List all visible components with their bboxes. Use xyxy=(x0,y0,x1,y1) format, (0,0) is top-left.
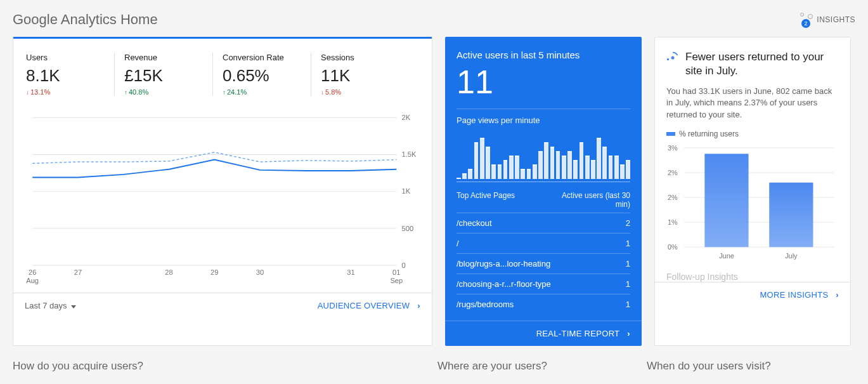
chevron-right-icon: › xyxy=(627,329,630,338)
more-insights-button[interactable]: MORE INSIGHTS › xyxy=(760,290,839,300)
metric-delta: ↑40.8% xyxy=(124,88,203,96)
users-line-chart: 05001K1.5K2K26Aug272829303101Sep xyxy=(13,102,432,293)
spark-bar xyxy=(515,156,519,179)
svg-text:2%: 2% xyxy=(668,169,678,176)
top-page-row[interactable]: /choosing-a-r...r-floor-type1 xyxy=(457,274,630,294)
spark-bar xyxy=(602,147,607,179)
spark-bar xyxy=(585,156,590,179)
page-title: Google Analytics Home xyxy=(13,11,158,28)
caret-down-icon xyxy=(71,301,76,310)
insight-title: Fewer users returned to your site in Jul… xyxy=(685,50,839,78)
pageviews-spark-chart xyxy=(457,131,630,182)
metric-value: 0.65% xyxy=(223,66,301,86)
metric-value: 8.1K xyxy=(26,66,105,86)
spark-bar xyxy=(626,160,630,179)
top-page-row[interactable]: /rugs/bedrooms1 xyxy=(457,294,630,314)
page-users: 1 xyxy=(626,300,630,309)
section-when-users: When do your users visit? xyxy=(647,360,843,373)
metric-sessions[interactable]: Sessions11K↓5.8% xyxy=(321,53,410,96)
spark-bar xyxy=(544,142,548,179)
realtime-subtitle: Page views per minute xyxy=(457,116,630,125)
action-label: AUDIENCE OVERVIEW xyxy=(318,301,410,310)
metric-label: Conversion Rate xyxy=(223,53,301,62)
metric-value: £15K xyxy=(124,66,203,86)
spark-bar xyxy=(468,169,472,179)
svg-text:0: 0 xyxy=(401,262,405,269)
svg-text:01: 01 xyxy=(392,269,400,277)
overview-card: Users8.1K↓13.1%Revenue£15K↑40.8%Conversi… xyxy=(13,37,432,346)
spark-bar xyxy=(462,173,467,179)
insight-description: You had 33.1K users in June, 802 came ba… xyxy=(666,86,839,121)
spark-bar xyxy=(614,156,619,179)
page-users: 1 xyxy=(626,279,630,289)
svg-text:3%: 3% xyxy=(668,144,678,152)
spark-bar xyxy=(591,160,595,179)
metric-label: Revenue xyxy=(124,53,203,62)
chevron-right-icon: › xyxy=(417,301,420,310)
spark-bar xyxy=(457,178,461,179)
spark-bar xyxy=(580,142,584,179)
realtime-report-button[interactable]: REAL-TIME REPORT › xyxy=(536,329,630,338)
top-page-row[interactable]: /checkout2 xyxy=(457,213,630,233)
svg-text:July: July xyxy=(785,252,798,260)
spark-bar xyxy=(620,164,625,179)
metric-delta: ↓5.8% xyxy=(321,88,400,96)
svg-text:500: 500 xyxy=(401,225,413,232)
spark-bar xyxy=(597,138,601,179)
metric-conversion-rate[interactable]: Conversion Rate0.65%↑24.1% xyxy=(223,53,311,96)
metric-revenue[interactable]: Revenue£15K↑40.8% xyxy=(124,53,213,96)
insights-badge: 2 xyxy=(801,19,810,28)
section-where-users: Where are your users? xyxy=(437,360,634,373)
spark-bar xyxy=(509,156,514,179)
spark-bar xyxy=(521,169,525,179)
page-users: 1 xyxy=(626,239,630,248)
audience-overview-button[interactable]: AUDIENCE OVERVIEW › xyxy=(318,301,420,310)
page-path: /checkout xyxy=(457,218,492,228)
svg-text:Sep: Sep xyxy=(390,277,403,285)
svg-rect-33 xyxy=(769,182,813,247)
legend-swatch xyxy=(666,132,675,136)
svg-point-19 xyxy=(671,56,675,60)
spark-bar xyxy=(550,147,555,179)
top-page-row[interactable]: /blog/rugs-a...loor-heating1 xyxy=(457,253,630,274)
active-users-header: Active users (last 30 min) xyxy=(548,191,630,209)
svg-text:1%: 1% xyxy=(668,218,678,226)
spark-bar xyxy=(567,151,572,179)
page-users: 1 xyxy=(626,259,630,268)
svg-text:June: June xyxy=(719,252,734,260)
action-label: REAL-TIME REPORT xyxy=(536,329,620,338)
spark-bar xyxy=(503,160,508,179)
spark-bar xyxy=(556,151,560,179)
svg-text:1.5K: 1.5K xyxy=(401,151,417,159)
followup-insights-label: Follow-up Insights xyxy=(666,267,839,282)
realtime-title: Active users in last 5 minutes xyxy=(457,50,630,60)
realtime-active-users: 11 xyxy=(457,63,630,101)
metric-delta: ↑24.1% xyxy=(223,88,301,96)
top-pages-header: Top Active Pages xyxy=(457,191,515,209)
metric-label: Users xyxy=(26,53,105,62)
top-page-row[interactable]: /1 xyxy=(457,233,630,253)
metric-value: 11K xyxy=(321,66,400,86)
spark-bar xyxy=(491,164,496,179)
insights-label: INSIGHTS xyxy=(817,15,855,24)
spark-bar xyxy=(480,138,484,179)
svg-text:28: 28 xyxy=(165,269,172,277)
svg-rect-31 xyxy=(704,154,748,247)
metric-users[interactable]: Users8.1K↓13.1% xyxy=(26,53,115,96)
page-path: /blog/rugs-a...loor-heating xyxy=(457,259,550,268)
chevron-right-icon: › xyxy=(836,290,839,300)
spark-bar xyxy=(573,160,578,179)
insights-icon: 2 xyxy=(799,13,813,27)
page-users: 2 xyxy=(626,218,630,228)
spark-bar xyxy=(474,142,479,179)
spark-bar xyxy=(498,164,502,179)
svg-text:30: 30 xyxy=(256,269,264,277)
date-range-picker[interactable]: Last 7 days xyxy=(25,301,76,310)
svg-text:2%: 2% xyxy=(668,194,678,201)
spark-bar xyxy=(486,147,490,179)
legend-label: % returning users xyxy=(679,129,739,138)
svg-text:1K: 1K xyxy=(401,188,410,195)
insights-button[interactable]: 2 INSIGHTS xyxy=(799,13,855,27)
page-path: /choosing-a-r...r-floor-type xyxy=(457,279,551,289)
svg-text:2K: 2K xyxy=(401,114,410,121)
